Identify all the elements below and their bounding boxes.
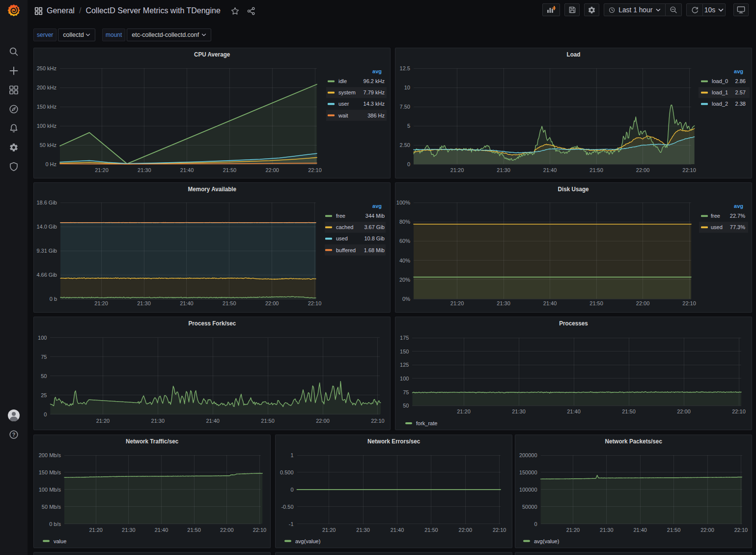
- svg-text:21:30: 21:30: [122, 527, 136, 533]
- svg-text:0: 0: [407, 161, 410, 167]
- svg-text:20%: 20%: [399, 277, 410, 283]
- svg-text:21:40: 21:40: [633, 527, 647, 533]
- svg-text:50: 50: [403, 403, 409, 409]
- svg-text:22:10: 22:10: [493, 527, 506, 533]
- svg-text:125: 125: [400, 362, 409, 368]
- svg-text:2.38: 2.38: [735, 101, 746, 107]
- svg-text:22.7%: 22.7%: [730, 213, 745, 219]
- svg-text:21:30: 21:30: [512, 409, 526, 414]
- svg-text:22:00: 22:00: [220, 527, 234, 533]
- svg-text:0: 0: [534, 521, 537, 527]
- svg-text:21:50: 21:50: [667, 527, 681, 533]
- svg-text:load_0: load_0: [712, 78, 728, 84]
- svg-text:100 kHz: 100 kHz: [37, 123, 56, 129]
- svg-text:22:00: 22:00: [316, 418, 330, 424]
- svg-text:21:30: 21:30: [497, 300, 510, 306]
- svg-text:2.50: 2.50: [400, 142, 410, 148]
- svg-text:7.79 kHz: 7.79 kHz: [364, 89, 385, 95]
- svg-text:?: ?: [12, 432, 15, 438]
- svg-text:22:00: 22:00: [636, 300, 650, 306]
- svg-text:load_1: load_1: [712, 89, 728, 95]
- svg-text:50000: 50000: [522, 504, 537, 510]
- svg-text:21:40: 21:40: [391, 527, 404, 533]
- svg-text:22:00: 22:00: [459, 527, 473, 533]
- svg-text:22:10: 22:10: [308, 300, 322, 306]
- svg-text:21:40: 21:40: [567, 409, 581, 414]
- svg-text:21:40: 21:40: [543, 167, 557, 173]
- svg-text:100: 100: [400, 376, 409, 381]
- svg-text:22:10: 22:10: [732, 409, 746, 414]
- svg-text:21:20: 21:20: [322, 527, 336, 533]
- svg-text:user: user: [338, 101, 349, 107]
- svg-text:12.5: 12.5: [400, 65, 410, 71]
- svg-text:22:00: 22:00: [677, 409, 691, 414]
- svg-text:386 Hz: 386 Hz: [367, 113, 385, 118]
- svg-text:9.31 Gib: 9.31 Gib: [36, 248, 57, 254]
- svg-text:avg(value): avg(value): [534, 538, 559, 544]
- svg-text:0 Hz: 0 Hz: [45, 161, 56, 167]
- svg-text:50 kHz: 50 kHz: [40, 142, 56, 148]
- svg-text:free: free: [336, 213, 345, 219]
- svg-text:21:20: 21:20: [450, 300, 464, 306]
- svg-text:77.3%: 77.3%: [730, 224, 745, 230]
- svg-text:1: 1: [290, 452, 293, 458]
- svg-text:21:30: 21:30: [497, 167, 510, 173]
- svg-text:200 Mb/s: 200 Mb/s: [39, 452, 61, 458]
- svg-text:80%: 80%: [399, 219, 410, 225]
- svg-text:21:30: 21:30: [600, 527, 614, 533]
- svg-text:22:10: 22:10: [308, 167, 322, 173]
- svg-text:21:50: 21:50: [589, 167, 603, 173]
- svg-text:25: 25: [41, 392, 47, 398]
- svg-text:21:20: 21:20: [89, 527, 103, 533]
- svg-text:4.66 Gib: 4.66 Gib: [36, 272, 57, 278]
- svg-text:0 b: 0 b: [50, 296, 57, 302]
- svg-text:load_2: load_2: [712, 101, 728, 107]
- svg-text:75: 75: [41, 354, 47, 360]
- svg-text:21:50: 21:50: [223, 300, 236, 306]
- svg-text:-1: -1: [289, 521, 294, 527]
- svg-text:21:50: 21:50: [622, 409, 636, 414]
- svg-text:21:40: 21:40: [206, 418, 220, 424]
- svg-text:22:10: 22:10: [682, 300, 696, 306]
- svg-text:250 kHz: 250 kHz: [37, 65, 56, 71]
- svg-text:22:00: 22:00: [636, 167, 650, 173]
- svg-text:200000: 200000: [519, 452, 537, 458]
- svg-text:avg: avg: [372, 203, 382, 209]
- svg-text:175: 175: [400, 335, 409, 341]
- svg-text:wait: wait: [338, 113, 348, 118]
- svg-text:40%: 40%: [399, 258, 410, 263]
- svg-text:2.57: 2.57: [735, 89, 746, 95]
- svg-text:10: 10: [404, 85, 410, 90]
- svg-text:22:00: 22:00: [265, 167, 279, 173]
- svg-text:used: used: [336, 235, 348, 241]
- svg-text:22:10: 22:10: [253, 527, 267, 533]
- svg-text:10.8 Gib: 10.8 Gib: [364, 235, 385, 241]
- svg-text:60%: 60%: [399, 238, 410, 244]
- svg-text:cached: cached: [336, 224, 353, 230]
- svg-text:21:20: 21:20: [94, 300, 108, 306]
- svg-text:21:40: 21:40: [180, 300, 194, 306]
- svg-text:22:10: 22:10: [371, 418, 385, 424]
- svg-text:21:30: 21:30: [137, 300, 151, 306]
- svg-text:buffered: buffered: [336, 247, 356, 253]
- svg-text:100%: 100%: [396, 200, 410, 205]
- svg-text:75: 75: [403, 389, 409, 395]
- svg-text:free: free: [711, 213, 720, 219]
- svg-text:idle: idle: [338, 78, 347, 84]
- svg-text:150 Mb/s: 150 Mb/s: [39, 469, 61, 475]
- svg-text:96.2 kHz: 96.2 kHz: [364, 78, 385, 84]
- svg-text:21:20: 21:20: [95, 167, 109, 173]
- svg-text:avg: avg: [372, 68, 382, 74]
- svg-text:21:20: 21:20: [566, 527, 580, 533]
- svg-text:150000: 150000: [519, 469, 537, 475]
- svg-text:100000: 100000: [519, 487, 537, 493]
- svg-text:21:30: 21:30: [151, 418, 165, 424]
- svg-text:21:50: 21:50: [424, 527, 438, 533]
- svg-text:1.68 Mib: 1.68 Mib: [364, 247, 385, 253]
- svg-text:22:10: 22:10: [682, 167, 696, 173]
- svg-text:-0.50: -0.50: [281, 504, 293, 510]
- svg-text:value: value: [54, 538, 66, 544]
- svg-text:fork_rate: fork_rate: [416, 420, 437, 426]
- svg-text:7.50: 7.50: [400, 104, 410, 110]
- svg-text:0%: 0%: [402, 296, 410, 302]
